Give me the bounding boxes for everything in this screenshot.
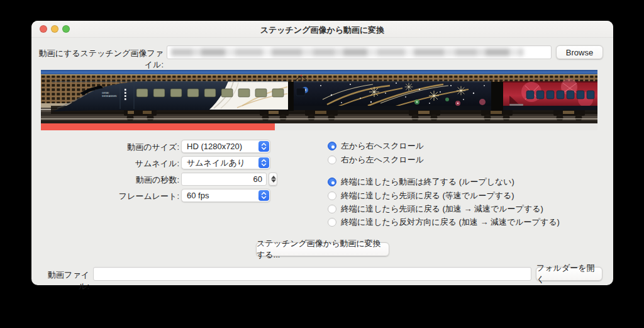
- radio-loop-ease-label: 終端に達したら先頭に戻る (加速 → 減速でループする): [341, 203, 543, 215]
- train-livery-text-2: SHINKANSEN: [102, 95, 117, 98]
- radio-loop-none-label: 終端に達したら動画は終了する (ループしない): [341, 176, 514, 188]
- browse-button[interactable]: Browse: [556, 45, 603, 59]
- radio-row-loop-constant[interactable]: 終端に達したら先頭に戻る (等速でループする): [328, 191, 514, 201]
- thumbnail-popup[interactable]: サムネイルあり: [181, 156, 270, 169]
- radio-loop-constant[interactable]: [328, 191, 336, 200]
- preview-top-banner: [41, 70, 597, 74]
- radio-loop-none[interactable]: [328, 178, 336, 186]
- thumbnail-popup-value: サムネイルあり: [182, 157, 258, 169]
- radio-rtl-label: 右から左へスクロール: [341, 154, 424, 166]
- radio-loop-reverse-label: 終端に達したら反対方向に戻る (加速 → 減速でループする): [341, 217, 560, 228]
- radio-row-ltr[interactable]: 左から右へスクロール: [328, 141, 424, 151]
- duration-input[interactable]: 60: [181, 172, 267, 186]
- radio-row-loop-reverse[interactable]: 終端に達したら反対方向に戻る (加速 → 減速でループする): [328, 217, 560, 227]
- output-file-label: 動画ファイル:: [38, 269, 89, 292]
- radio-loop-reverse[interactable]: [328, 218, 336, 227]
- train-livery-text-1: GENBI: [102, 92, 109, 94]
- size-popup-value: HD (1280x720): [182, 142, 258, 151]
- radio-ltr[interactable]: [328, 142, 336, 150]
- duration-label: 動画の秒数:: [38, 174, 179, 186]
- scroll-progress-bar: [41, 123, 275, 130]
- size-label: 動画のサイズ:: [38, 142, 179, 153]
- stitched-image-preview: GENBI SHINKANSEN: [41, 70, 597, 130]
- popup-chevrons-icon: [258, 141, 269, 152]
- duration-stepper[interactable]: [269, 172, 277, 186]
- radio-loop-ease[interactable]: [328, 205, 336, 213]
- popup-chevrons-icon: [258, 190, 269, 201]
- framerate-popup-value: 60 fps: [182, 191, 258, 200]
- convert-button[interactable]: ステッチング画像から動画に変換する...: [256, 242, 389, 256]
- redacted-file-path: [171, 48, 523, 56]
- radio-row-loop-none[interactable]: 終端に達したら動画は終了する (ループしない): [328, 177, 514, 187]
- scroll-progress-track[interactable]: [41, 123, 597, 130]
- output-file-field[interactable]: [93, 267, 531, 281]
- source-file-label: 動画にするステッチング画像ファイル:: [38, 48, 164, 71]
- title-bar[interactable]: ステッチング画像から動画に変換: [31, 21, 613, 38]
- radio-row-rtl[interactable]: 右から左へスクロール: [328, 155, 424, 165]
- radio-loop-constant-label: 終端に達したら先頭に戻る (等速でループする): [341, 190, 514, 201]
- window-title: ステッチング画像から動画に変換: [31, 25, 613, 36]
- radio-ltr-label: 左から右へスクロール: [341, 140, 424, 152]
- thumbnail-label: サムネイル:: [38, 158, 179, 169]
- size-popup[interactable]: HD (1280x720): [181, 140, 270, 153]
- framerate-label: フレームレート:: [38, 191, 179, 202]
- train-photo: GENBI SHINKANSEN: [41, 74, 597, 123]
- source-file-field[interactable]: [167, 45, 552, 59]
- popup-chevrons-icon: [258, 157, 269, 168]
- radio-rtl[interactable]: [328, 156, 336, 164]
- app-window: ステッチング画像から動画に変換 動画にするステッチング画像ファイル: Brows…: [31, 21, 613, 285]
- radio-row-loop-ease[interactable]: 終端に達したら先頭に戻る (加速 → 減速でループする): [328, 204, 543, 214]
- open-folder-button[interactable]: フォルダーを開く: [536, 267, 602, 281]
- framerate-popup[interactable]: 60 fps: [181, 189, 270, 202]
